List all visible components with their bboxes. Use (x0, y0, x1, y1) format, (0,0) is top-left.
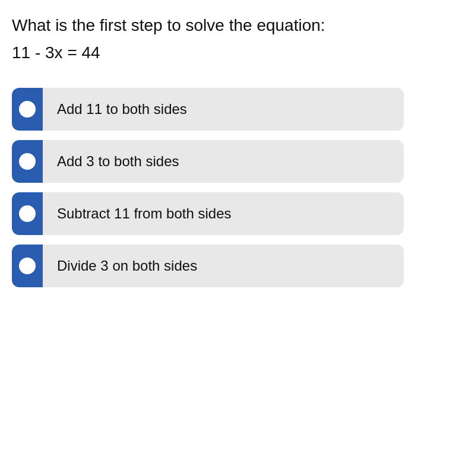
option-item-b[interactable]: Add 3 to both sides (12, 140, 404, 183)
equation-text: 11 - 3x = 44 (12, 42, 463, 64)
option-tab-c (12, 192, 43, 235)
option-item-d[interactable]: Divide 3 on both sides (12, 245, 404, 287)
option-label-a: Add 11 to both sides (43, 101, 187, 118)
option-tab-d (12, 245, 43, 287)
radio-icon-a (19, 101, 36, 118)
radio-icon-c (19, 205, 36, 222)
option-label-d: Divide 3 on both sides (43, 258, 197, 274)
option-tab-a (12, 88, 43, 131)
option-item-c[interactable]: Subtract 11 from both sides (12, 192, 404, 235)
option-label-c: Subtract 11 from both sides (43, 205, 231, 222)
options-list: Add 11 to both sidesAdd 3 to both sidesS… (12, 88, 463, 287)
radio-icon-d (19, 258, 36, 274)
question-container: What is the first step to solve the equa… (12, 14, 463, 64)
option-tab-b (12, 140, 43, 183)
question-text: What is the first step to solve the equa… (12, 14, 463, 37)
option-item-a[interactable]: Add 11 to both sides (12, 88, 404, 131)
radio-icon-b (19, 153, 36, 170)
option-label-b: Add 3 to both sides (43, 153, 179, 170)
